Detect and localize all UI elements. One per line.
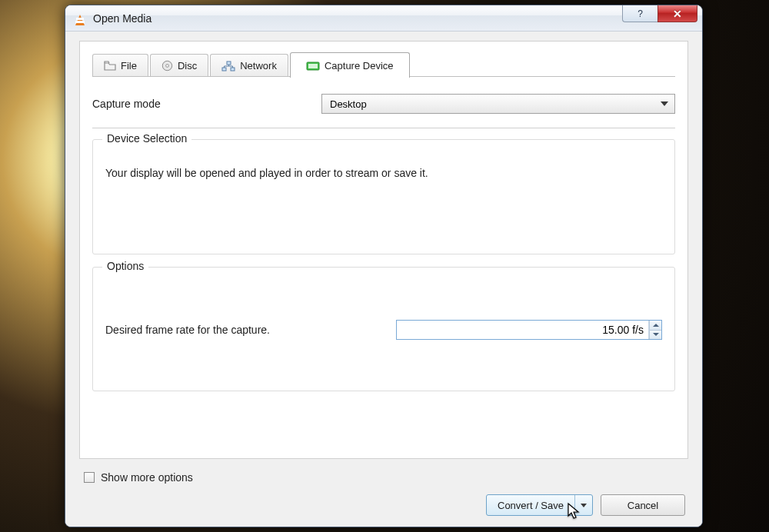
capture-mode-dropdown[interactable]: Desktop <box>321 94 675 114</box>
frame-rate-units: f/s <box>631 321 649 339</box>
open-media-dialog: Open Media ? ✕ File Disc <box>65 5 703 527</box>
svg-rect-6 <box>308 64 318 68</box>
options-legend: Options <box>102 260 148 272</box>
tab-file-label: File <box>121 60 137 71</box>
tabbar: File Disc Network <box>92 52 675 77</box>
capture-mode-value: Desktop <box>330 98 367 110</box>
window-controls: ? ✕ <box>622 5 697 22</box>
convert-save-dropdown[interactable] <box>575 495 592 515</box>
help-glyph: ? <box>638 8 643 19</box>
chevron-down-icon <box>653 333 659 336</box>
svg-rect-2 <box>227 62 231 65</box>
close-icon: ✕ <box>673 8 682 20</box>
show-more-options-label: Show more options <box>101 471 193 484</box>
chevron-down-icon <box>581 504 587 507</box>
device-selection-text: Your display will be opened and played i… <box>105 166 662 180</box>
titlebar: Open Media ? ✕ <box>65 5 702 32</box>
tab-network[interactable]: Network <box>210 54 288 77</box>
capture-device-icon <box>306 61 320 71</box>
cancel-label: Cancel <box>628 500 658 511</box>
frame-rate-row: Desired frame rate for the capture. f/s <box>105 320 662 340</box>
capture-mode-row: Capture mode Desktop <box>92 94 675 114</box>
chevron-down-icon <box>661 101 668 106</box>
capture-mode-label: Capture mode <box>92 98 161 110</box>
tab-disc-label: Disc <box>178 60 197 71</box>
show-more-options-checkbox[interactable] <box>84 472 95 483</box>
tab-network-label: Network <box>240 60 277 71</box>
content-panel: File Disc Network <box>79 41 688 459</box>
frame-rate-input[interactable] <box>397 321 631 339</box>
device-selection-group: Device Selection Your display will be op… <box>92 139 675 254</box>
cancel-button[interactable]: Cancel <box>601 494 685 516</box>
spinner-down-button[interactable] <box>650 331 661 340</box>
show-more-options-row[interactable]: Show more options <box>84 471 685 484</box>
client-area: File Disc Network <box>65 32 702 527</box>
footer: Show more options Convert / Save Cancel <box>79 459 688 516</box>
frame-rate-spinner[interactable]: f/s <box>396 320 662 340</box>
svg-rect-3 <box>222 68 226 71</box>
convert-save-label: Convert / Save <box>487 495 575 515</box>
dialog-actions: Convert / Save Cancel <box>82 494 685 516</box>
tab-capture-device[interactable]: Capture Device <box>290 52 410 78</box>
svg-rect-4 <box>231 68 235 71</box>
device-selection-legend: Device Selection <box>102 132 191 145</box>
options-group: Options Desired frame rate for the captu… <box>92 267 675 391</box>
folder-icon <box>104 61 116 71</box>
convert-save-button[interactable]: Convert / Save <box>486 494 593 516</box>
disc-icon <box>161 60 173 71</box>
spinner-up-button[interactable] <box>650 321 661 331</box>
help-button[interactable]: ? <box>622 5 657 22</box>
frame-rate-label: Desired frame rate for the capture. <box>105 324 270 336</box>
vlc-cone-icon <box>73 12 87 25</box>
tab-disc[interactable]: Disc <box>150 54 208 77</box>
chevron-up-icon <box>653 324 659 327</box>
separator <box>92 128 675 128</box>
tab-file[interactable]: File <box>92 54 148 77</box>
close-button[interactable]: ✕ <box>657 5 697 22</box>
svg-point-1 <box>166 65 169 68</box>
network-icon <box>221 61 235 71</box>
window-title: Open Media <box>93 12 151 25</box>
tab-capture-label: Capture Device <box>325 60 394 71</box>
